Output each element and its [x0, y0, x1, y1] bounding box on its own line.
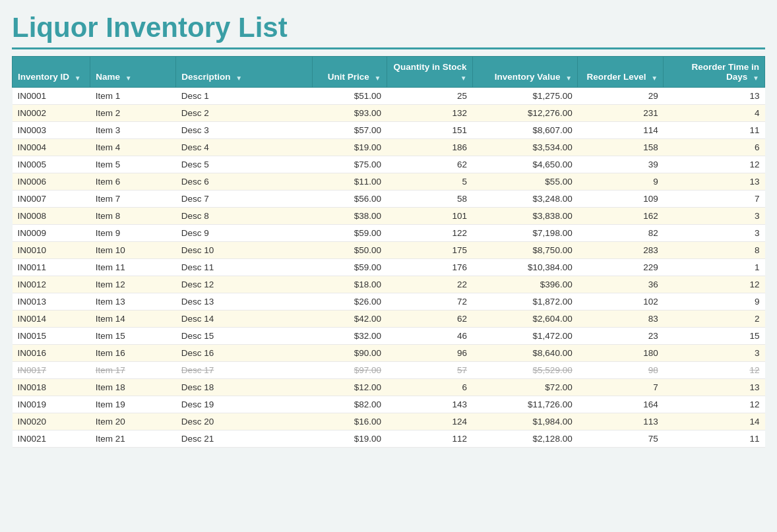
cell-qty: 96	[387, 345, 472, 362]
cell-desc: Desc 2	[176, 105, 313, 122]
cell-id: IN0002	[13, 105, 90, 122]
cell-time: 12	[664, 156, 765, 173]
col-header-desc[interactable]: Description ▼	[176, 57, 313, 88]
cell-desc: Desc 15	[176, 328, 313, 345]
page: Liquor Inventory List Inventory ID ▼Name…	[0, 0, 777, 532]
cell-desc: Desc 18	[176, 379, 313, 396]
cell-time: 3	[664, 345, 765, 362]
cell-id: IN0019	[13, 396, 90, 413]
dropdown-icon[interactable]: ▼	[75, 74, 81, 82]
cell-name: Item 5	[90, 156, 176, 173]
table-row: IN0006Item 6Desc 6$11.005$55.00913	[13, 173, 765, 191]
cell-qty: 62	[387, 156, 472, 173]
col-header-reorder[interactable]: Reorder Level ▼	[578, 57, 664, 88]
cell-time: 4	[664, 105, 765, 122]
cell-inv: $10,384.00	[472, 259, 578, 276]
cell-inv: $72.00	[472, 379, 578, 396]
cell-price: $38.00	[313, 208, 387, 225]
table-row: IN0019Item 19Desc 19$82.00143$11,726.001…	[13, 396, 765, 413]
cell-inv: $3,838.00	[472, 208, 578, 225]
cell-name: Item 20	[90, 413, 176, 430]
cell-time: 14	[664, 413, 765, 430]
cell-qty: 186	[387, 139, 472, 156]
cell-name: Item 2	[90, 105, 176, 122]
cell-inv: $8,750.00	[472, 242, 578, 259]
cell-desc: Desc 5	[176, 156, 313, 173]
cell-desc: Desc 20	[176, 413, 313, 430]
cell-desc: Desc 7	[176, 191, 313, 208]
dropdown-icon[interactable]: ▼	[651, 74, 658, 82]
table-row: IN0016Item 16Desc 16$90.0096$8,640.00180…	[13, 345, 765, 362]
cell-desc: Desc 10	[176, 242, 313, 259]
cell-name: Item 4	[90, 139, 176, 156]
cell-desc: Desc 4	[176, 139, 313, 156]
table-row: IN0002Item 2Desc 2$93.00132$12,276.00231…	[13, 105, 765, 122]
cell-price: $18.00	[313, 276, 387, 293]
col-header-price[interactable]: Unit Price ▼	[313, 57, 387, 88]
cell-reorder: 82	[578, 225, 664, 242]
cell-name: Item 6	[90, 173, 176, 191]
dropdown-icon[interactable]: ▼	[125, 74, 132, 82]
col-header-id[interactable]: Inventory ID ▼	[13, 57, 90, 88]
table-row: IN0011Item 11Desc 11$59.00176$10,384.002…	[13, 259, 765, 276]
cell-time: 12	[664, 396, 765, 413]
cell-reorder: 83	[578, 310, 664, 328]
cell-qty: 62	[387, 310, 472, 328]
cell-time: 11	[664, 430, 765, 448]
cell-inv: $3,248.00	[472, 191, 578, 208]
cell-time: 12	[664, 276, 765, 293]
cell-price: $26.00	[313, 293, 387, 310]
cell-name: Item 19	[90, 396, 176, 413]
dropdown-icon[interactable]: ▼	[460, 74, 467, 82]
cell-qty: 22	[387, 276, 472, 293]
dropdown-icon[interactable]: ▼	[753, 74, 759, 82]
cell-inv: $55.00	[472, 173, 578, 191]
cell-qty: 46	[387, 328, 472, 345]
cell-price: $93.00	[313, 105, 387, 122]
cell-id: IN0003	[13, 122, 90, 139]
cell-desc: Desc 3	[176, 122, 313, 139]
dropdown-icon[interactable]: ▼	[235, 74, 242, 82]
cell-inv: $396.00	[472, 276, 578, 293]
cell-id: IN0018	[13, 379, 90, 396]
cell-reorder: 164	[578, 396, 664, 413]
cell-inv: $5,529.00	[472, 362, 578, 379]
cell-inv: $3,534.00	[472, 139, 578, 156]
cell-reorder: 36	[578, 276, 664, 293]
cell-qty: 57	[387, 362, 472, 379]
cell-price: $11.00	[313, 173, 387, 191]
cell-price: $57.00	[313, 122, 387, 139]
col-header-qty[interactable]: Quantity in Stock ▼	[387, 57, 472, 88]
col-header-inv[interactable]: Inventory Value ▼	[472, 57, 578, 88]
col-header-name[interactable]: Name ▼	[90, 57, 176, 88]
cell-name: Item 14	[90, 310, 176, 328]
cell-qty: 6	[387, 379, 472, 396]
dropdown-icon[interactable]: ▼	[565, 74, 572, 82]
cell-desc: Desc 16	[176, 345, 313, 362]
table-row: IN0007Item 7Desc 7$56.0058$3,248.001097	[13, 191, 765, 208]
cell-reorder: 7	[578, 379, 664, 396]
cell-id: IN0001	[13, 88, 90, 105]
cell-time: 3	[664, 208, 765, 225]
cell-desc: Desc 11	[176, 259, 313, 276]
table-row: IN0018Item 18Desc 18$12.006$72.00713	[13, 379, 765, 396]
cell-id: IN0020	[13, 413, 90, 430]
cell-inv: $2,128.00	[472, 430, 578, 448]
cell-price: $42.00	[313, 310, 387, 328]
cell-inv: $1,472.00	[472, 328, 578, 345]
cell-qty: 25	[387, 88, 472, 105]
cell-id: IN0013	[13, 293, 90, 310]
cell-id: IN0010	[13, 242, 90, 259]
cell-price: $75.00	[313, 156, 387, 173]
cell-price: $59.00	[313, 259, 387, 276]
cell-inv: $4,650.00	[472, 156, 578, 173]
cell-inv: $1,275.00	[472, 88, 578, 105]
cell-reorder: 158	[578, 139, 664, 156]
table-row: IN0001Item 1Desc 1$51.0025$1,275.002913	[13, 88, 765, 105]
dropdown-icon[interactable]: ▼	[375, 74, 381, 82]
table-row: IN0017Item 17Desc 17$97.0057$5,529.00981…	[13, 362, 765, 379]
cell-desc: Desc 12	[176, 276, 313, 293]
col-header-time[interactable]: Reorder Time in Days ▼	[664, 57, 765, 88]
cell-name: Item 11	[90, 259, 176, 276]
cell-inv: $1,984.00	[472, 413, 578, 430]
